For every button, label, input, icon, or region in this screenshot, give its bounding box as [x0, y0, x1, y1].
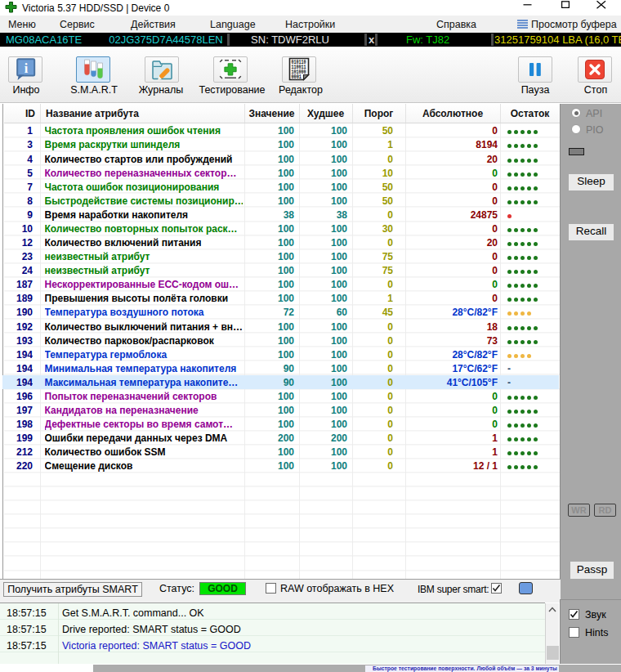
svg-text:i: i: [25, 60, 29, 74]
svg-text:0001: 0001: [292, 74, 302, 80]
